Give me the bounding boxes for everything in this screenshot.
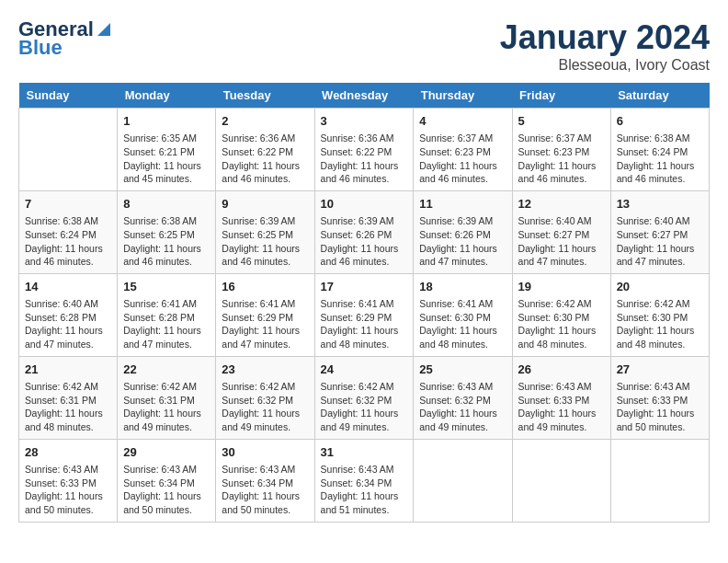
calendar-cell: 7Sunrise: 6:38 AM Sunset: 6:24 PM Daylig… — [19, 190, 118, 273]
calendar-cell: 17Sunrise: 6:41 AM Sunset: 6:29 PM Dayli… — [314, 273, 414, 356]
day-number: 31 — [321, 444, 408, 461]
day-number: 13 — [617, 196, 703, 213]
day-number: 21 — [25, 362, 111, 378]
day-number: 23 — [222, 362, 308, 378]
day-number: 6 — [617, 113, 703, 130]
day-info: Sunrise: 6:37 AM Sunset: 6:23 PM Dayligh… — [419, 132, 506, 186]
day-number: 3 — [321, 113, 408, 130]
logo-text-blue: Blue — [18, 37, 63, 59]
calendar-cell: 5Sunrise: 6:37 AM Sunset: 6:23 PM Daylig… — [512, 109, 610, 191]
calendar-week-row: 28Sunrise: 6:43 AM Sunset: 6:33 PM Dayli… — [19, 439, 710, 522]
calendar-cell: 15Sunrise: 6:41 AM Sunset: 6:28 PM Dayli… — [118, 273, 216, 356]
col-header-saturday: Saturday — [610, 83, 709, 109]
day-info: Sunrise: 6:43 AM Sunset: 6:34 PM Dayligh… — [321, 463, 408, 517]
calendar-cell: 21Sunrise: 6:42 AM Sunset: 6:31 PM Dayli… — [19, 356, 118, 439]
calendar-week-row: 14Sunrise: 6:40 AM Sunset: 6:28 PM Dayli… — [19, 273, 710, 356]
col-header-monday: Monday — [118, 83, 216, 109]
calendar-cell: 23Sunrise: 6:42 AM Sunset: 6:32 PM Dayli… — [216, 356, 314, 439]
logo-icon — [96, 21, 112, 38]
day-number: 18 — [419, 279, 506, 295]
day-info: Sunrise: 6:40 AM Sunset: 6:28 PM Dayligh… — [25, 297, 111, 351]
calendar-header-row: SundayMondayTuesdayWednesdayThursdayFrid… — [19, 83, 710, 109]
day-number: 8 — [123, 196, 210, 213]
calendar-cell: 14Sunrise: 6:40 AM Sunset: 6:28 PM Dayli… — [19, 273, 118, 356]
calendar-cell: 18Sunrise: 6:41 AM Sunset: 6:30 PM Dayli… — [414, 273, 512, 356]
day-number: 12 — [518, 196, 605, 213]
day-info: Sunrise: 6:38 AM Sunset: 6:24 PM Dayligh… — [25, 214, 111, 269]
day-number: 5 — [518, 113, 605, 130]
calendar-cell: 10Sunrise: 6:39 AM Sunset: 6:26 PM Dayli… — [314, 190, 414, 273]
day-info: Sunrise: 6:39 AM Sunset: 6:26 PM Dayligh… — [419, 214, 506, 269]
calendar-week-row: 21Sunrise: 6:42 AM Sunset: 6:31 PM Dayli… — [19, 356, 710, 439]
calendar-cell — [610, 439, 709, 522]
calendar-cell: 20Sunrise: 6:42 AM Sunset: 6:30 PM Dayli… — [610, 273, 709, 356]
day-number: 28 — [25, 444, 111, 461]
day-info: Sunrise: 6:41 AM Sunset: 6:29 PM Dayligh… — [222, 297, 308, 351]
page-header: General Blue January 2024 Blesseoua, Ivo… — [18, 18, 710, 74]
day-number: 14 — [25, 279, 111, 295]
calendar-cell: 22Sunrise: 6:42 AM Sunset: 6:31 PM Dayli… — [118, 356, 216, 439]
calendar-cell: 26Sunrise: 6:43 AM Sunset: 6:33 PM Dayli… — [512, 356, 610, 439]
day-number: 25 — [419, 362, 506, 378]
day-info: Sunrise: 6:42 AM Sunset: 6:30 PM Dayligh… — [617, 297, 703, 351]
svg-marker-0 — [97, 23, 110, 36]
col-header-sunday: Sunday — [19, 83, 118, 109]
logo: General Blue — [18, 18, 112, 59]
day-number: 26 — [518, 362, 605, 378]
col-header-friday: Friday — [512, 83, 610, 109]
calendar-cell: 12Sunrise: 6:40 AM Sunset: 6:27 PM Dayli… — [512, 190, 610, 273]
day-info: Sunrise: 6:39 AM Sunset: 6:26 PM Dayligh… — [321, 214, 408, 269]
day-info: Sunrise: 6:40 AM Sunset: 6:27 PM Dayligh… — [617, 214, 703, 269]
day-info: Sunrise: 6:36 AM Sunset: 6:22 PM Dayligh… — [321, 132, 408, 186]
calendar-cell: 13Sunrise: 6:40 AM Sunset: 6:27 PM Dayli… — [610, 190, 709, 273]
col-header-wednesday: Wednesday — [314, 83, 414, 109]
calendar-cell: 29Sunrise: 6:43 AM Sunset: 6:34 PM Dayli… — [118, 439, 216, 522]
day-number: 7 — [25, 196, 111, 213]
calendar-cell — [512, 439, 610, 522]
col-header-tuesday: Tuesday — [216, 83, 314, 109]
day-info: Sunrise: 6:41 AM Sunset: 6:28 PM Dayligh… — [123, 297, 210, 351]
calendar-cell: 25Sunrise: 6:43 AM Sunset: 6:32 PM Dayli… — [414, 356, 512, 439]
day-number: 11 — [419, 196, 506, 213]
day-info: Sunrise: 6:38 AM Sunset: 6:24 PM Dayligh… — [617, 132, 703, 186]
calendar-cell: 9Sunrise: 6:39 AM Sunset: 6:25 PM Daylig… — [216, 190, 314, 273]
day-info: Sunrise: 6:43 AM Sunset: 6:33 PM Dayligh… — [25, 463, 111, 517]
calendar-cell: 3Sunrise: 6:36 AM Sunset: 6:22 PM Daylig… — [314, 109, 414, 191]
day-info: Sunrise: 6:41 AM Sunset: 6:29 PM Dayligh… — [321, 297, 408, 351]
day-info: Sunrise: 6:41 AM Sunset: 6:30 PM Dayligh… — [419, 297, 506, 351]
day-number: 24 — [321, 362, 408, 378]
col-header-thursday: Thursday — [414, 83, 512, 109]
calendar-cell: 28Sunrise: 6:43 AM Sunset: 6:33 PM Dayli… — [19, 439, 118, 522]
day-info: Sunrise: 6:39 AM Sunset: 6:25 PM Dayligh… — [222, 214, 308, 269]
day-info: Sunrise: 6:42 AM Sunset: 6:31 PM Dayligh… — [123, 380, 210, 434]
day-number: 1 — [123, 113, 210, 130]
title-block: January 2024 Blesseoua, Ivory Coast — [500, 18, 710, 74]
day-info: Sunrise: 6:35 AM Sunset: 6:21 PM Dayligh… — [123, 132, 210, 186]
day-number: 2 — [222, 113, 308, 130]
day-number: 27 — [617, 362, 703, 378]
day-info: Sunrise: 6:36 AM Sunset: 6:22 PM Dayligh… — [222, 132, 308, 186]
calendar-cell — [414, 439, 512, 522]
calendar-cell: 4Sunrise: 6:37 AM Sunset: 6:23 PM Daylig… — [414, 109, 512, 191]
calendar-table: SundayMondayTuesdayWednesdayThursdayFrid… — [18, 83, 710, 523]
calendar-cell — [19, 109, 118, 191]
calendar-cell: 8Sunrise: 6:38 AM Sunset: 6:25 PM Daylig… — [118, 190, 216, 273]
month-title: January 2024 — [500, 18, 710, 57]
day-number: 30 — [222, 444, 308, 461]
day-info: Sunrise: 6:40 AM Sunset: 6:27 PM Dayligh… — [518, 214, 605, 269]
day-info: Sunrise: 6:43 AM Sunset: 6:32 PM Dayligh… — [419, 380, 506, 434]
day-info: Sunrise: 6:37 AM Sunset: 6:23 PM Dayligh… — [518, 132, 605, 186]
day-info: Sunrise: 6:42 AM Sunset: 6:30 PM Dayligh… — [518, 297, 605, 351]
location-title: Blesseoua, Ivory Coast — [500, 57, 710, 74]
day-info: Sunrise: 6:43 AM Sunset: 6:34 PM Dayligh… — [123, 463, 210, 517]
day-info: Sunrise: 6:43 AM Sunset: 6:34 PM Dayligh… — [222, 463, 308, 517]
day-number: 17 — [321, 279, 408, 295]
day-info: Sunrise: 6:43 AM Sunset: 6:33 PM Dayligh… — [518, 380, 605, 434]
day-number: 19 — [518, 279, 605, 295]
day-info: Sunrise: 6:42 AM Sunset: 6:32 PM Dayligh… — [222, 380, 308, 434]
day-number: 22 — [123, 362, 210, 378]
calendar-cell: 2Sunrise: 6:36 AM Sunset: 6:22 PM Daylig… — [216, 109, 314, 191]
day-info: Sunrise: 6:43 AM Sunset: 6:33 PM Dayligh… — [617, 380, 703, 434]
day-number: 15 — [123, 279, 210, 295]
calendar-cell: 11Sunrise: 6:39 AM Sunset: 6:26 PM Dayli… — [414, 190, 512, 273]
